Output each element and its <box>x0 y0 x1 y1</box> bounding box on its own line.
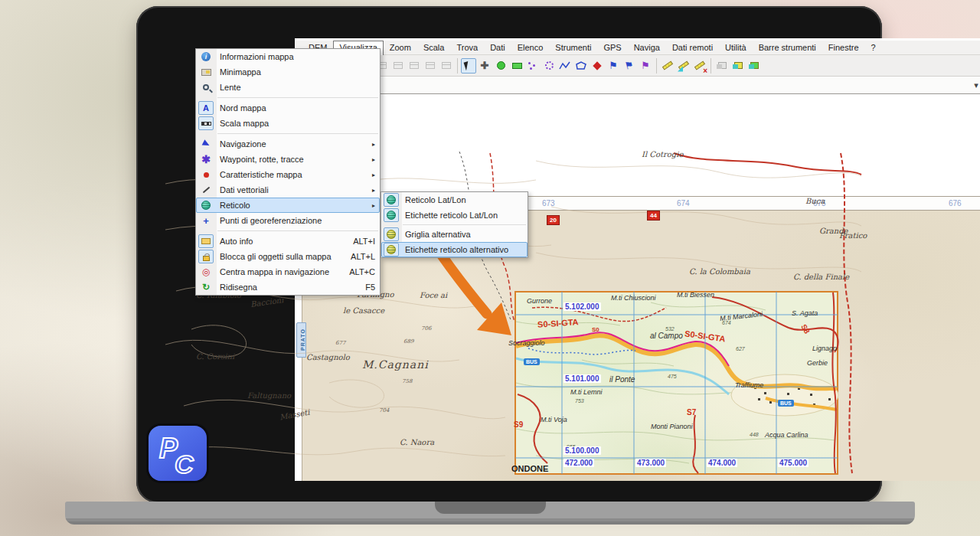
menubar-item-dati-remoti[interactable]: Dati remoti <box>666 41 719 54</box>
grid-col-label: 474.000 <box>707 459 737 467</box>
menubar-item-help[interactable]: ? <box>865 41 882 54</box>
measure-clear-icon[interactable] <box>692 58 707 74</box>
alt-grid-icon <box>384 227 399 241</box>
submenu-item-etichette-reticolo-alternativo[interactable]: Etichette reticolo alternativo <box>381 242 528 257</box>
menubar-item-barre-strumenti[interactable]: Barre strumenti <box>753 41 822 54</box>
submenu-arrow-icon: ▸ <box>372 141 375 148</box>
add-poi-icon[interactable] <box>493 58 508 74</box>
add-area-icon[interactable] <box>509 58 524 74</box>
map-info-icon: i <box>198 50 214 64</box>
tool-disabled-icon[interactable] <box>714 58 730 74</box>
edit-track-icon[interactable]: ⚑ <box>638 58 653 74</box>
ruler-label: 673 <box>542 199 555 208</box>
submenu-arrow-icon: ▸ <box>372 172 375 178</box>
navigation-icon <box>198 137 214 151</box>
select-cursor-icon[interactable] <box>461 58 476 74</box>
menu-item-lente[interactable]: Lente <box>196 80 380 95</box>
menu-item-scala-mappa[interactable]: Scala mappa <box>196 116 380 131</box>
menu-item-nord-mappa[interactable]: A Nord mappa <box>196 100 380 116</box>
menubar-item-naviga[interactable]: Naviga <box>628 41 666 54</box>
menu-item-dati-vettoriali[interactable]: Dati vettoriali ▸ <box>196 182 380 198</box>
map-features-icon <box>198 168 214 181</box>
menu-item-waypoint-rotte-tracce[interactable]: ✱ Waypoint, rotte, tracce ▸ <box>196 152 380 167</box>
map-label: Monti Pianoni <box>651 423 693 430</box>
map-label: M.ti Chiuscioni <box>611 294 656 302</box>
redraw-icon: ↻ <box>198 280 214 294</box>
measure-distance-icon[interactable] <box>660 58 675 74</box>
add-flag-icon[interactable]: ⚑ <box>606 58 621 74</box>
add-pointset-icon[interactable] <box>541 58 557 74</box>
submenu-item-reticolo-latlon[interactable]: Reticolo Lat/Lon <box>381 192 528 208</box>
copy-window-icon[interactable] <box>390 58 406 74</box>
menu-item-auto-info[interactable]: Auto info ALT+I <box>196 234 380 249</box>
map-label: M.Cagnani <box>362 358 429 371</box>
side-tab-prato[interactable]: PRATO <box>296 322 306 358</box>
submenu-item-etichette-latlon[interactable]: Etichette reticolo Lat/Lon <box>381 208 528 223</box>
waypoint-icon: ✱ <box>198 152 214 166</box>
edit-route-icon[interactable]: ⚑ <box>622 58 637 74</box>
map-label: Pratico <box>839 231 867 240</box>
menubar-item-trova[interactable]: Trova <box>450 41 484 54</box>
menubar-item-finestre[interactable]: Finestre <box>822 41 865 54</box>
menu-item-reticolo[interactable]: Reticolo ▸ <box>196 198 380 213</box>
crop-map-icon[interactable] <box>730 58 746 74</box>
menu-item-centra-mappa[interactable]: ◎ Centra mappa in navigazione ALT+C <box>196 264 380 279</box>
submenu-item-griglia-alternativa[interactable]: Griglia alternativa <box>381 227 528 242</box>
georef-map-icon[interactable] <box>746 58 762 74</box>
add-multipoint-icon[interactable] <box>525 58 541 74</box>
map-label: Il Cotrogio <box>642 150 683 159</box>
latlon-grid-icon <box>384 193 399 207</box>
measure-area-icon[interactable] <box>676 58 691 74</box>
map-label: le Casacce <box>343 306 384 315</box>
menubar-item-zoom[interactable]: Zoom <box>384 41 417 54</box>
reticolo-submenu: Reticolo Lat/Lon Etichette reticolo Lat/… <box>381 191 528 258</box>
draw-polygon-icon[interactable] <box>573 58 589 74</box>
menubar-item-dati[interactable]: Dati <box>484 41 511 54</box>
map-label: S. Agata <box>792 309 818 317</box>
menu-item-caratteristiche-mappa[interactable]: Caratteristiche mappa ▸ <box>196 167 380 182</box>
menubar-item-gps[interactable]: GPS <box>597 41 627 54</box>
tab-list-dropdown-icon[interactable]: ▾ <box>970 80 980 90</box>
vector-data-icon <box>198 183 214 197</box>
move-point-icon[interactable]: ✚ <box>477 58 492 74</box>
menu-item-ridisegna[interactable]: ↻ Ridisegna F5 <box>196 279 380 295</box>
confirm-window-icon[interactable] <box>407 58 422 74</box>
map-label: M.ti Lemni <box>570 388 603 396</box>
menubar-item-utilita[interactable]: Utilità <box>719 41 753 54</box>
menu-item-informazioni-mappa[interactable]: i Informazioni mappa <box>196 49 380 64</box>
map-label: Traffiume <box>735 381 763 389</box>
menubar-item-strumenti[interactable]: Strumenti <box>549 41 597 54</box>
route-badge: 44 <box>647 211 660 221</box>
add-waypoint-icon[interactable] <box>590 58 605 74</box>
map-label: il Ponte <box>609 375 635 384</box>
north-arrow-icon: A <box>198 101 214 115</box>
trail-label: S7 <box>687 408 696 417</box>
map-label: Lignago <box>812 345 837 352</box>
lock-icon <box>198 250 214 263</box>
map-label: Gerbie <box>807 359 828 367</box>
svg-text:C: C <box>175 449 194 479</box>
apply-window-icon[interactable] <box>439 58 454 74</box>
preview-window-icon[interactable] <box>423 58 438 74</box>
logo-letters: P C <box>149 426 207 481</box>
menu-item-minimappa[interactable]: Minimappa <box>196 64 380 80</box>
menu-item-punti-georeferenziazione[interactable]: + Punti di georeferenziazione <box>196 213 380 228</box>
trail-label: S0 <box>592 326 599 333</box>
menu-item-navigazione[interactable]: Navigazione ▸ <box>196 136 380 152</box>
map-label: al Campo <box>650 332 683 340</box>
grid-globe-icon <box>198 198 214 212</box>
map-label: M.ti Biessen <box>677 291 714 299</box>
trail-label: S9 <box>514 420 523 429</box>
menubar-item-elenco[interactable]: Elenco <box>511 41 550 54</box>
map-label: Gurrone <box>527 297 552 305</box>
menubar-item-scala[interactable]: Scala <box>417 41 451 54</box>
ruler-label: 674 <box>677 199 690 208</box>
visualizza-menu: i Informazioni mappa Minimappa Lente A N… <box>195 48 381 296</box>
map-label: ONDONE <box>511 464 548 473</box>
scale-bar-icon <box>198 116 214 130</box>
map-label: Castagnolo <box>306 353 350 361</box>
bus-stop-badge: BUS <box>778 400 794 407</box>
grid-row-label: 5.101.000 <box>564 374 601 383</box>
draw-polyline-icon[interactable] <box>557 58 573 74</box>
menu-item-blocca-oggetti[interactable]: Blocca gli oggetti sulla mappa ALT+L <box>196 249 380 264</box>
